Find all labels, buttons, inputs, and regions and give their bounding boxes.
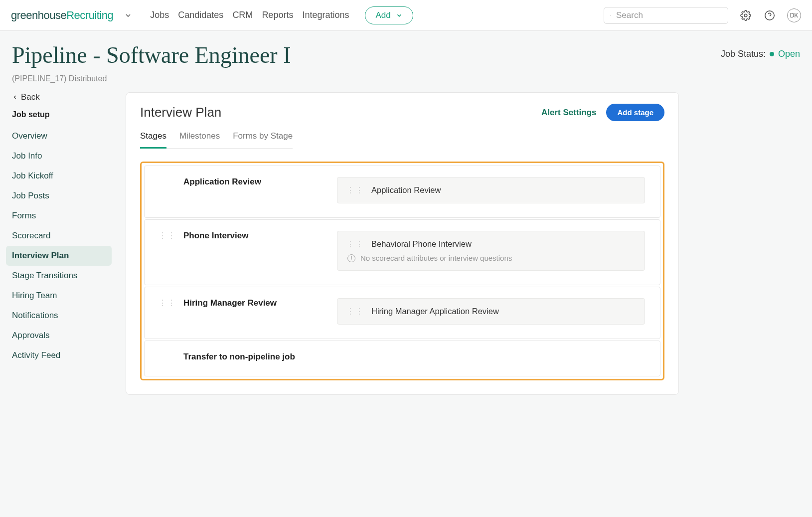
stage-row[interactable]: ⋮⋮Hiring Manager Review⋮⋮Hiring Manager … [144, 287, 660, 339]
nav-crm[interactable]: CRM [232, 10, 253, 20]
svg-point-3 [765, 10, 774, 19]
stage-name: Application Review [183, 177, 261, 187]
stage-left: ⋮⋮Application Review [159, 177, 323, 187]
brand-part2: Recruiting [66, 9, 113, 22]
stage-name: Transfer to non-pipeline job [183, 352, 295, 362]
page-header: Pipeline - Software Engineer I Job Statu… [0, 31, 812, 72]
alert-settings-link[interactable]: Alert Settings [541, 108, 597, 118]
card-title: Interview Plan [140, 105, 221, 120]
sidebar-item-stage-transitions[interactable]: Stage Transitions [12, 266, 112, 286]
interview-item[interactable]: ⋮⋮Hiring Manager Application Review [337, 298, 645, 325]
sidebar-item-overview[interactable]: Overview [12, 126, 112, 146]
drag-handle-icon[interactable]: ⋮⋮ [346, 189, 364, 192]
stage-left: ⋮⋮Phone Interview [159, 231, 323, 241]
brand-part1: greenhouse [11, 9, 66, 22]
interview-item-row: ⋮⋮Application Review [346, 185, 636, 195]
tab-forms-by-stage[interactable]: Forms by Stage [233, 126, 293, 148]
stage-items: ⋮⋮Hiring Manager Application Review [337, 298, 645, 325]
stage-name: Phone Interview [183, 231, 248, 241]
sidebar-item-job-info[interactable]: Job Info [12, 146, 112, 166]
add-stage-button[interactable]: Add stage [606, 104, 664, 121]
tab-milestones[interactable]: Milestones [179, 126, 220, 148]
help-icon [764, 10, 775, 21]
sidebar-item-approvals[interactable]: Approvals [12, 326, 112, 345]
chevron-left-icon [12, 94, 18, 100]
page-subtitle: (PIPELINE_17) Distributed [0, 72, 812, 92]
add-button[interactable]: Add [365, 6, 413, 24]
svg-point-2 [744, 14, 747, 17]
job-status: Job Status: Open [721, 42, 800, 59]
interview-item-label: Hiring Manager Application Review [371, 307, 499, 316]
interview-item-label: Behavioral Phone Interview [371, 239, 472, 249]
nav-candidates[interactable]: Candidates [178, 10, 223, 20]
stage-name: Hiring Manager Review [183, 298, 277, 308]
interview-item[interactable]: ⋮⋮Behavioral Phone Interview!No scorecar… [337, 231, 645, 271]
stage-row[interactable]: ⋮⋮Phone Interview⋮⋮Behavioral Phone Inte… [144, 219, 660, 285]
interview-item-warning: !No scorecard attributes or interview qu… [346, 254, 636, 262]
status-dot-icon [770, 52, 774, 56]
tabs: Stages Milestones Forms by Stage [140, 126, 293, 149]
help-button[interactable] [763, 9, 776, 22]
back-link[interactable]: Back [12, 92, 112, 102]
status-label: Job Status: [721, 49, 766, 59]
top-nav: greenhouse Recruiting Jobs Candidates CR… [0, 0, 812, 31]
stage-row[interactable]: ⋮⋮Application Review⋮⋮Application Review [144, 166, 660, 218]
nav-links: Jobs Candidates CRM Reports Integrations [150, 10, 349, 20]
search-icon [610, 10, 611, 20]
nav-integrations[interactable]: Integrations [302, 10, 349, 20]
user-avatar[interactable]: DK [787, 8, 801, 22]
warning-text: No scorecard attributes or interview que… [360, 254, 512, 262]
stage-items: ⋮⋮Application Review [337, 177, 645, 203]
back-label: Back [21, 92, 40, 102]
search-input[interactable] [616, 10, 722, 20]
sidebar-heading: Job setup [12, 110, 112, 119]
drag-handle-icon[interactable]: ⋮⋮ [159, 234, 176, 237]
interview-item-row: ⋮⋮Hiring Manager Application Review [346, 307, 636, 316]
chevron-down-icon [124, 11, 132, 19]
interview-plan-card: Interview Plan Alert Settings Add stage … [126, 92, 679, 395]
sidebar-item-hiring-team[interactable]: Hiring Team [12, 286, 112, 306]
stage-left: ⋮⋮Transfer to non-pipeline job [159, 352, 323, 362]
sidebar-item-activity-feed[interactable]: Activity Feed [12, 345, 112, 365]
interview-item[interactable]: ⋮⋮Application Review [337, 177, 645, 203]
status-value: Open [778, 49, 800, 59]
avatar-initials: DK [790, 12, 799, 19]
sidebar-item-job-posts[interactable]: Job Posts [12, 186, 112, 206]
sidebar-item-job-kickoff[interactable]: Job Kickoff [12, 166, 112, 186]
search-box[interactable] [604, 7, 728, 24]
main-layout: Back Job setup OverviewJob InfoJob Kicko… [0, 92, 812, 405]
sidebar-item-forms[interactable]: Forms [12, 206, 112, 226]
sidebar-item-interview-plan[interactable]: Interview Plan [6, 246, 112, 266]
stage-row[interactable]: ⋮⋮Transfer to non-pipeline job [144, 341, 660, 376]
svg-point-0 [610, 15, 611, 15]
tab-stages[interactable]: Stages [140, 126, 166, 149]
page-title: Pipeline - Software Engineer I [12, 42, 291, 68]
nav-reports[interactable]: Reports [262, 10, 293, 20]
settings-button[interactable] [739, 9, 752, 22]
stage-items: ⋮⋮Behavioral Phone Interview!No scorecar… [337, 231, 645, 271]
interview-item-row: ⋮⋮Behavioral Phone Interview [346, 239, 636, 249]
card-header: Interview Plan Alert Settings Add stage [140, 104, 664, 121]
stage-list: ⋮⋮Application Review⋮⋮Application Review… [140, 162, 664, 380]
drag-handle-icon[interactable]: ⋮⋮ [346, 243, 364, 246]
brand-logo[interactable]: greenhouse Recruiting [11, 9, 113, 22]
drag-handle-icon[interactable]: ⋮⋮ [346, 310, 364, 313]
info-icon: ! [347, 254, 355, 262]
sidebar-item-notifications[interactable]: Notifications [12, 306, 112, 326]
sidebar: Back Job setup OverviewJob InfoJob Kicko… [12, 92, 112, 365]
brand-switcher-caret[interactable] [124, 11, 132, 19]
gear-icon [740, 10, 751, 21]
sidebar-item-scorecard[interactable]: Scorecard [12, 226, 112, 246]
nav-jobs[interactable]: Jobs [150, 10, 169, 20]
chevron-down-icon [396, 12, 403, 19]
drag-handle-icon[interactable]: ⋮⋮ [159, 302, 176, 305]
interview-item-label: Application Review [371, 185, 441, 195]
add-button-label: Add [375, 10, 390, 20]
stage-left: ⋮⋮Hiring Manager Review [159, 298, 323, 308]
